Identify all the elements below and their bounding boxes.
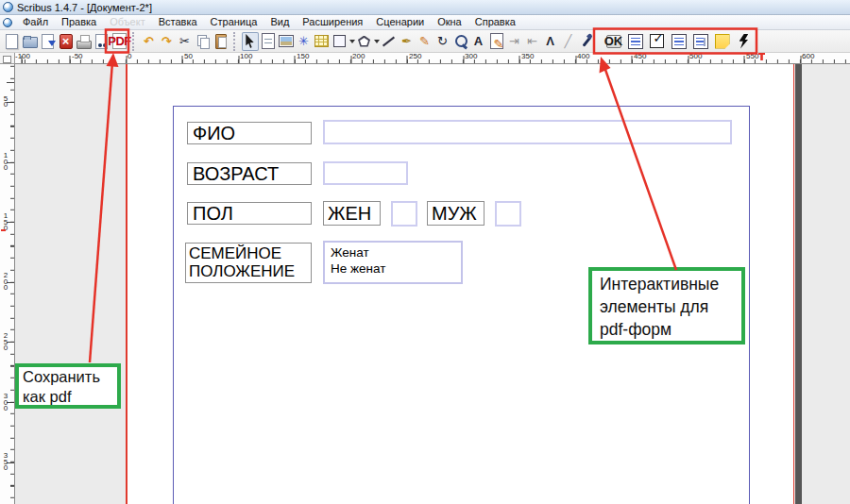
fio-text-field[interactable] bbox=[323, 120, 732, 144]
pdf-check-box-icon[interactable]: ✓ bbox=[649, 32, 666, 51]
pdf-combo-box-icon[interactable] bbox=[671, 32, 688, 51]
window-title: Scribus 1.4.7 - [Документ-2*] bbox=[17, 2, 152, 13]
page-edge-shadow bbox=[795, 64, 802, 504]
interactive-elements-callout[interactable]: Интерактивные элементы для pdf-форм bbox=[588, 267, 745, 344]
marital-list-box[interactable]: ЖенатНе женат bbox=[323, 241, 463, 284]
fio-label-box[interactable]: ФИО bbox=[187, 122, 312, 144]
fio-label: ФИО bbox=[193, 123, 235, 144]
v-ruler-label: 200 bbox=[2, 273, 9, 292]
marital-label-line2: ПОЛОЖЕНИЕ bbox=[189, 263, 295, 281]
h-ruler-label: -50 bbox=[72, 53, 83, 60]
male-label: МУЖ bbox=[432, 203, 477, 225]
undo-icon[interactable]: ↶ bbox=[141, 32, 158, 51]
h-ruler-label: 0 bbox=[128, 53, 131, 60]
redo-icon[interactable]: ↷ bbox=[159, 32, 176, 51]
h-ruler-label: 500 bbox=[689, 53, 702, 60]
vertical-ruler[interactable]: 50100150200250300350 bbox=[0, 64, 15, 504]
marital-label-box[interactable]: СЕМЕЙНОЕ ПОЛОЖЕНИЕ bbox=[185, 243, 312, 283]
h-ruler-label: 450 bbox=[634, 53, 646, 60]
insert-line-icon[interactable] bbox=[381, 32, 398, 51]
menu-edit[interactable]: Правка bbox=[55, 15, 103, 29]
h-ruler-label: 250 bbox=[409, 53, 421, 60]
unlink-text-frames-icon: ⇤ bbox=[524, 32, 541, 51]
callout-line: Сохранить bbox=[23, 367, 117, 387]
ruler-origin-corner[interactable] bbox=[0, 53, 15, 64]
pdf-text-field-icon[interactable] bbox=[627, 32, 644, 51]
toolbar-separator bbox=[132, 32, 137, 51]
age-text-field[interactable] bbox=[323, 161, 408, 185]
menu-extras[interactable]: Расширения bbox=[296, 15, 369, 29]
insert-table-icon[interactable] bbox=[314, 32, 331, 51]
gender-label: ПОЛ bbox=[193, 203, 233, 225]
h-ruler-label: 100 bbox=[240, 53, 252, 60]
menu-help[interactable]: Справка bbox=[468, 15, 522, 29]
female-checkbox[interactable] bbox=[391, 201, 417, 227]
age-label-box[interactable]: ВОЗРАСТ bbox=[187, 162, 312, 185]
document-logo-icon[interactable] bbox=[3, 18, 12, 27]
save-as-pdf-callout[interactable]: Сохранить как pdf bbox=[15, 363, 121, 409]
save-document-icon[interactable] bbox=[40, 32, 57, 51]
gender-label-box[interactable]: ПОЛ bbox=[187, 202, 312, 225]
grp-edit: ↶↷✂ bbox=[140, 31, 230, 52]
scribus-window: Scribus 1.4.7 - [Документ-2*] ФайлПравка… bbox=[0, 0, 850, 504]
h-ruler-label: 600 bbox=[802, 53, 814, 60]
right-margin-guide bbox=[793, 64, 795, 504]
v-ruler-label: 50 bbox=[2, 96, 9, 109]
horizontal-ruler[interactable]: -100-50050100150200250300350400450500550… bbox=[15, 53, 850, 64]
pdf-text-annotation-icon[interactable] bbox=[714, 32, 731, 51]
zoom-icon[interactable] bbox=[452, 32, 469, 51]
insert-shape-icon[interactable] bbox=[332, 32, 348, 51]
story-editor-icon[interactable]: ✎ bbox=[488, 32, 505, 51]
menu-windows[interactable]: Окна bbox=[431, 15, 468, 29]
insert-render-frame-icon[interactable]: ✳ bbox=[296, 32, 313, 51]
female-label: ЖЕН bbox=[328, 203, 371, 225]
menu-page[interactable]: Страница bbox=[204, 15, 264, 29]
print-icon[interactable] bbox=[76, 32, 93, 51]
eyedropper-icon[interactable] bbox=[578, 32, 595, 51]
menu-insert[interactable]: Вставка bbox=[152, 15, 204, 29]
select-item-icon[interactable] bbox=[242, 32, 259, 51]
bezier-curve-icon[interactable]: ✒ bbox=[399, 32, 416, 51]
h-ruler-label: 50 bbox=[184, 53, 193, 60]
measurements-icon[interactable]: Λ bbox=[542, 32, 559, 51]
copy-icon[interactable] bbox=[195, 32, 212, 51]
h-ruler-label: 300 bbox=[465, 53, 477, 60]
insert-polygon-icon[interactable] bbox=[356, 32, 373, 51]
v-ruler-label: 300 bbox=[2, 394, 9, 412]
h-ruler-label: 150 bbox=[297, 53, 309, 60]
menu-scripts[interactable]: Сценарии bbox=[369, 15, 431, 29]
h-ruler-label: 350 bbox=[521, 53, 534, 60]
callout-line: pdf-форм bbox=[600, 318, 741, 341]
male-checkbox[interactable] bbox=[495, 201, 521, 227]
h-ruler-label: 550 bbox=[746, 53, 758, 60]
pdf-push-button-icon[interactable]: OK bbox=[605, 32, 622, 51]
insert-image-frame-icon[interactable] bbox=[278, 32, 295, 51]
pdf-link-annotation-icon[interactable] bbox=[736, 32, 753, 51]
rotate-item-icon[interactable]: ↻ bbox=[434, 32, 451, 51]
male-label-box[interactable]: МУЖ bbox=[427, 201, 484, 226]
menubar: ФайлПравкаОбъектВставкаСтраницаВидРасшир… bbox=[0, 15, 850, 30]
paste-icon[interactable] bbox=[212, 32, 230, 51]
insert-polygon-dropdown-icon[interactable] bbox=[373, 32, 380, 51]
pdf-list-box-icon[interactable] bbox=[692, 32, 709, 51]
h-ruler-label: 200 bbox=[352, 53, 365, 60]
document-canvas[interactable]: ФИО ВОЗРАСТ ПОЛ ЖЕН МУЖ СЕМЕЙНОЕ ПОЛОЖЕН… bbox=[15, 64, 850, 504]
cut-icon[interactable]: ✂ bbox=[177, 32, 194, 51]
edit-contents-icon[interactable]: A bbox=[470, 32, 487, 51]
list-option[interactable]: Женат bbox=[331, 244, 461, 260]
list-option[interactable]: Не женат bbox=[331, 260, 461, 277]
open-document-icon[interactable] bbox=[22, 32, 39, 51]
callout-line: как pdf bbox=[23, 387, 117, 407]
female-label-box[interactable]: ЖЕН bbox=[323, 201, 381, 226]
marital-label-line1: СЕМЕЙНОЕ bbox=[189, 245, 281, 263]
insert-text-frame-icon[interactable] bbox=[260, 32, 277, 51]
menu-file[interactable]: Файл bbox=[16, 15, 55, 29]
insert-shape-dropdown-icon[interactable] bbox=[348, 32, 355, 51]
toolbar: ×PDF↶↷✂✳✒✎↻A✎⇥⇤Λ╱OK✓ bbox=[0, 30, 850, 53]
h-ruler-label: -100 bbox=[15, 53, 30, 60]
menu-view[interactable]: Вид bbox=[264, 15, 296, 29]
pdf-export-icon[interactable]: PDF bbox=[111, 32, 128, 51]
freehand-line-icon[interactable]: ✎ bbox=[416, 32, 434, 51]
close-document-icon[interactable]: × bbox=[58, 32, 75, 51]
new-document-icon[interactable] bbox=[4, 32, 21, 51]
